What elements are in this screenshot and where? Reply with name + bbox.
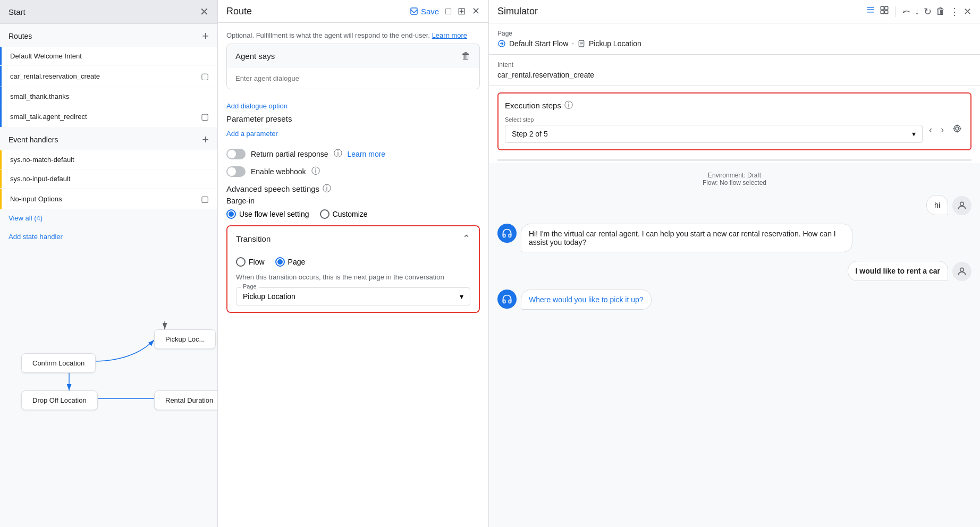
event-handlers-section-header: Event handlers +	[0, 128, 217, 150]
add-dialogue-option-button[interactable]: Add dialogue option	[226, 98, 288, 114]
barge-in-options: Use flow level setting Customize	[226, 209, 480, 219]
enable-webhook-toggle[interactable]	[226, 166, 246, 177]
flow-radio-option[interactable]: Flow	[236, 257, 265, 267]
undo-button[interactable]: ⤺	[902, 6, 910, 18]
flow-radio-circle[interactable]	[236, 257, 246, 267]
intent-section: Intent car_rental.reservation_create	[489, 55, 980, 86]
transition-section: Transition ⌃ Flow Page When this transit…	[226, 225, 480, 313]
parameter-presets-title: Parameter presets	[226, 114, 480, 123]
route-item-default-welcome[interactable]: Default Welcome Intent	[0, 47, 217, 65]
return-partial-response-row: Return partial response ⓘ Learn more	[226, 148, 480, 159]
page-icon	[577, 39, 586, 48]
route-item-car-rental[interactable]: car_rental.reservation_create ▢	[0, 66, 217, 87]
document-icon: ▢	[201, 194, 209, 204]
delete-button[interactable]: 🗑	[936, 6, 945, 17]
step-prev-button[interactable]: ‹	[927, 122, 934, 138]
execution-steps-title: Execution steps ⓘ	[505, 100, 964, 111]
learn-more-link[interactable]: Learn more	[432, 31, 467, 39]
return-partial-response-label: Return partial response	[251, 150, 328, 158]
agent-dialogue-input[interactable]	[227, 68, 479, 89]
document-icon: ▢	[201, 71, 209, 81]
grid-view-button[interactable]	[880, 5, 889, 18]
canvas-node-rental-duration[interactable]: Rental Duration	[154, 390, 217, 410]
list-icon	[866, 5, 875, 15]
add-state-handler-link[interactable]: Add state handler	[0, 226, 217, 247]
environment-info: Environment: Draft Flow: No flow selecte…	[497, 172, 971, 186]
event-item-label: sys.no-match-default	[10, 156, 74, 164]
agent-avatar-1	[497, 224, 517, 243]
event-item-no-input-options[interactable]: No-input Options ▢	[0, 189, 217, 209]
add-parameter-button[interactable]: Add a parameter	[226, 128, 278, 140]
close-middle-panel-button[interactable]: ✕	[472, 5, 480, 17]
route-item-small-thank[interactable]: small_thank.thanks	[0, 87, 217, 106]
add-event-handler-button[interactable]: +	[202, 134, 209, 146]
event-item-no-input[interactable]: sys.no-input-default	[0, 169, 217, 188]
learn-more-partial-link[interactable]: Learn more	[348, 150, 386, 158]
download-button[interactable]: ↓	[915, 6, 919, 17]
close-left-panel-button[interactable]: ✕	[200, 6, 209, 17]
help-icon-webhook[interactable]: ⓘ	[311, 166, 320, 177]
save-button[interactable]: Save	[409, 6, 439, 16]
routes-title: Routes	[9, 32, 32, 40]
flow-selected-text: Flow: No flow selected	[497, 179, 971, 186]
transition-title: Transition	[236, 234, 271, 243]
route-item-small-talk[interactable]: small_talk.agent_redirect ▢	[0, 106, 217, 127]
list-view-button[interactable]	[866, 5, 875, 18]
canvas-node-confirm-location[interactable]: Confirm Location	[21, 353, 96, 373]
save-icon	[409, 6, 419, 16]
help-icon-partial[interactable]: ⓘ	[334, 148, 342, 159]
step-target-button[interactable]	[950, 122, 964, 138]
intent-value: car_rental.reservation_create	[497, 71, 971, 79]
canvas-node-drop-off-location[interactable]: Drop Off Location	[21, 390, 98, 410]
flow-icon	[497, 39, 506, 48]
middle-content: Optional. Fulfillment is what the agent …	[218, 23, 488, 527]
canvas-node-pickup-location[interactable]: Pickup Loc...	[154, 329, 216, 349]
barge-customize-radio[interactable]	[320, 209, 330, 219]
middle-header: Route Save □ ⊞ ✕	[218, 0, 488, 23]
enable-webhook-row: Enable webhook ⓘ	[226, 166, 480, 177]
start-title: Start	[9, 7, 26, 16]
event-handlers-title: Event handlers	[9, 135, 58, 144]
page-field-label: Page	[241, 283, 259, 290]
fullscreen-button[interactable]: □	[445, 6, 451, 17]
user-avatar-hi	[952, 196, 971, 215]
agent-message-row-1: Hi! I'm the virtual car rental agent. I …	[497, 224, 971, 252]
drag-button[interactable]: ⊞	[458, 5, 466, 17]
step-select-row: Select step Step 2 of 5 ▾ ‹ ›	[505, 116, 964, 143]
return-partial-response-toggle[interactable]	[226, 149, 246, 159]
page-section: Page Default Start Flow - Pickup Locatio…	[489, 23, 980, 55]
user-message-row-hi: hi	[497, 195, 971, 215]
chevron-up-icon: ⌃	[462, 233, 470, 244]
page-radio-option[interactable]: Page	[275, 257, 306, 267]
refresh-button[interactable]: ↻	[924, 6, 932, 18]
middle-panel: Route Save □ ⊞ ✕ Optional. Fulfillment i…	[218, 0, 489, 527]
transition-header[interactable]: Transition ⌃	[227, 226, 479, 251]
help-icon-exec[interactable]: ⓘ	[564, 100, 573, 111]
svg-point-18	[956, 127, 959, 130]
step-select-dropdown[interactable]: Step 2 of 5 ▾	[505, 125, 923, 143]
agent-says-section: Agent says 🗑	[226, 44, 480, 89]
dropdown-chevron-icon: ▾	[460, 292, 463, 301]
help-icon-speech[interactable]: ⓘ	[323, 183, 331, 194]
view-all-link[interactable]: View all (4)	[0, 210, 217, 226]
step-next-button[interactable]: ›	[939, 122, 946, 138]
barge-flow-option[interactable]: Use flow level setting	[226, 209, 309, 219]
page-select-field[interactable]: Page Pickup Location ▾	[236, 287, 470, 305]
close-right-panel-button[interactable]: ✕	[964, 6, 971, 18]
page-radio-circle[interactable]	[275, 257, 285, 267]
chat-area: Environment: Draft Flow: No flow selecte…	[489, 163, 980, 527]
add-route-button[interactable]: +	[202, 30, 209, 42]
svg-rect-5	[867, 7, 874, 8]
routes-section-header: Routes +	[0, 24, 217, 46]
page-separator: -	[571, 39, 574, 48]
more-options-button[interactable]: ⋮	[950, 6, 959, 18]
svg-rect-4	[411, 8, 417, 14]
svg-point-17	[954, 125, 960, 132]
event-item-no-match[interactable]: sys.no-match-default	[0, 150, 217, 169]
barge-flow-radio[interactable]	[226, 209, 236, 219]
right-header-actions: ⤺ ↓ ↻ 🗑 ⋮ ✕	[866, 5, 971, 18]
delete-agent-says-button[interactable]: 🗑	[461, 50, 471, 62]
barge-customize-option[interactable]: Customize	[320, 209, 368, 219]
agent-avatar-2	[497, 290, 517, 309]
route-item-label: Default Welcome Intent	[10, 52, 82, 60]
